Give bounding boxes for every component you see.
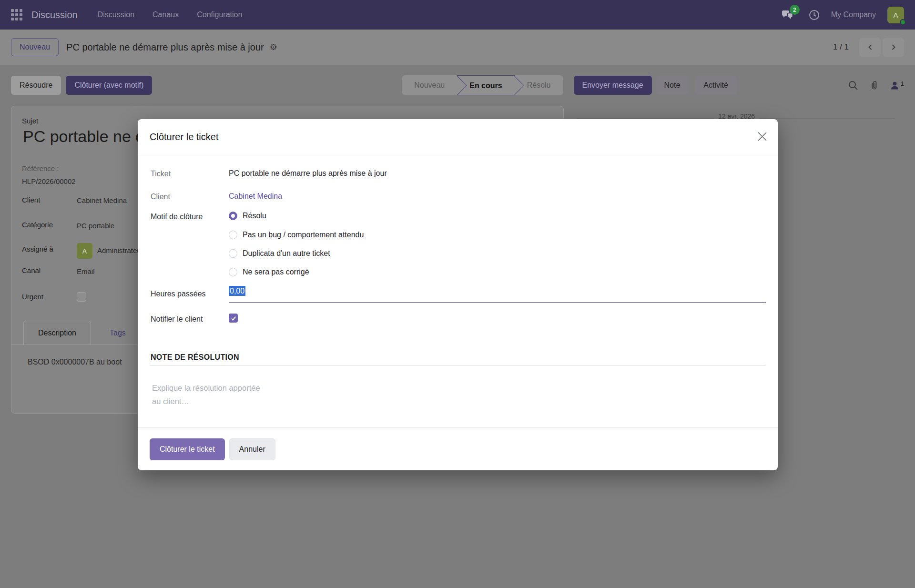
online-status-dot (900, 19, 906, 25)
close-icon[interactable] (757, 132, 767, 142)
reason-option-pas-un-bug[interactable]: Pas un bug / comportement attendu (229, 231, 364, 239)
modal-footer: Clôturer le ticket Annuler (138, 427, 778, 470)
company-name[interactable]: My Company (831, 10, 876, 19)
top-navbar: Discussion Discussion Canaux Configurati… (0, 0, 915, 30)
modal-title: Clôturer le ticket (150, 132, 219, 142)
messages-badge: 2 (790, 5, 800, 15)
reference-value: HLP/2026/00002 (22, 177, 76, 185)
cancel-button[interactable]: Annuler (229, 438, 275, 460)
nav-item-configuration[interactable]: Configuration (197, 10, 242, 19)
user-avatar-letter: A (893, 11, 898, 19)
hours-spent-input[interactable]: 0,00 (229, 287, 766, 303)
modal-header: Clôturer le ticket (138, 119, 778, 155)
pager-next-button[interactable] (883, 38, 904, 57)
pager-prev-button[interactable] (859, 38, 881, 57)
activity-clock-icon[interactable] (809, 10, 820, 20)
note-button[interactable]: Note (656, 76, 689, 95)
close-with-reason-button[interactable]: Clôturer (avec motif) (66, 76, 152, 95)
reference-label: Référence : (22, 164, 59, 172)
radio-icon[interactable] (229, 249, 237, 258)
notify-client-checkbox[interactable] (229, 314, 238, 323)
resolution-note-divider (150, 365, 766, 365)
radio-checked-icon[interactable] (229, 212, 237, 220)
stage-en-cours[interactable]: En cours (457, 75, 514, 95)
breadcrumb-bar: Nouveau PC portable ne démarre plus aprè… (0, 30, 915, 65)
channel-label: Canal (22, 266, 41, 274)
app-name[interactable]: Discussion (31, 10, 78, 20)
close-reason-label: Motif de clôture (151, 213, 203, 221)
description-text: BSOD 0x0000007B au boot (28, 358, 122, 366)
screen: Discussion Discussion Canaux Configurati… (0, 0, 915, 588)
modal-ticket-label: Ticket (151, 170, 171, 178)
tab-tags[interactable]: Tags (96, 321, 139, 345)
followers-count: 1 (901, 81, 904, 87)
stage-resolu[interactable]: Résolu (515, 75, 563, 95)
search-messages-icon[interactable] (848, 80, 858, 91)
send-message-button[interactable]: Envoyer message (574, 76, 652, 95)
actions-gear-icon[interactable]: ⚙ (270, 42, 277, 52)
confirm-close-ticket-button[interactable]: Clôturer le ticket (150, 438, 225, 460)
close-ticket-modal: Clôturer le ticket Ticket PC portable ne… (138, 119, 778, 470)
reason-option-duplicata[interactable]: Duplicata d'un autre ticket (229, 249, 330, 258)
status-pipeline: Nouveau En cours Résolu (402, 75, 563, 95)
followers-icon[interactable]: 1 (890, 81, 904, 91)
user-avatar[interactable]: A (887, 7, 904, 23)
radio-icon[interactable] (229, 268, 237, 276)
client-label: Client (22, 196, 40, 204)
apps-grid-icon[interactable] (11, 9, 23, 21)
pager: 1 / 1 (833, 38, 904, 57)
tab-description[interactable]: Description (23, 321, 91, 345)
activity-button[interactable]: Activité (695, 76, 737, 95)
urgent-label: Urgent (22, 293, 43, 301)
notify-client-label: Notifier le client (151, 315, 203, 324)
nav-menu: Discussion Canaux Configuration (98, 10, 243, 19)
assignee-label: Assigné à (22, 245, 53, 253)
navbar-right: 2 My Company A (782, 7, 904, 23)
assignee-avatar: A (77, 243, 92, 259)
category-value[interactable]: PC portable (77, 222, 114, 230)
action-bar: Résoudre Clôturer (avec motif) Nouveau E… (0, 65, 915, 105)
urgent-checkbox[interactable] (77, 292, 86, 302)
assignee-value[interactable]: Administrateur (97, 246, 143, 254)
resolution-note-heading: NOTE DE RÉSOLUTION (151, 353, 239, 362)
subject-label: Sujet (22, 117, 38, 125)
messages-icon[interactable]: 2 (782, 9, 793, 20)
modal-client-link[interactable]: Cabinet Medina (229, 192, 282, 201)
modal-ticket-value: PC portable ne démarre plus après mise à… (229, 169, 387, 178)
radio-icon[interactable] (229, 231, 237, 239)
pager-label: 1 / 1 (833, 42, 849, 52)
modal-client-label: Client (151, 193, 170, 201)
check-icon (231, 315, 236, 321)
new-button[interactable]: Nouveau (11, 38, 59, 56)
client-value[interactable]: Cabinet Medina (77, 196, 127, 204)
reason-option-resolu[interactable]: Résolu (229, 212, 266, 220)
hours-selected-text: 0,00 (229, 286, 245, 296)
resolve-button[interactable]: Résoudre (11, 76, 61, 95)
hours-spent-label: Heures passées (151, 290, 206, 298)
category-label: Catégorie (22, 221, 53, 229)
reason-option-ne-sera-pas-corrige[interactable]: Ne sera pas corrigé (229, 268, 309, 276)
nav-item-discussion[interactable]: Discussion (98, 10, 134, 19)
channel-value: Email (77, 267, 95, 275)
resolution-note-editor[interactable]: Explique la résolution apportée au clien… (152, 381, 265, 408)
breadcrumb-title: PC portable ne démarre plus après mise à… (66, 42, 264, 53)
nav-item-canaux[interactable]: Canaux (152, 10, 179, 19)
attachment-paperclip-icon[interactable] (869, 80, 879, 91)
